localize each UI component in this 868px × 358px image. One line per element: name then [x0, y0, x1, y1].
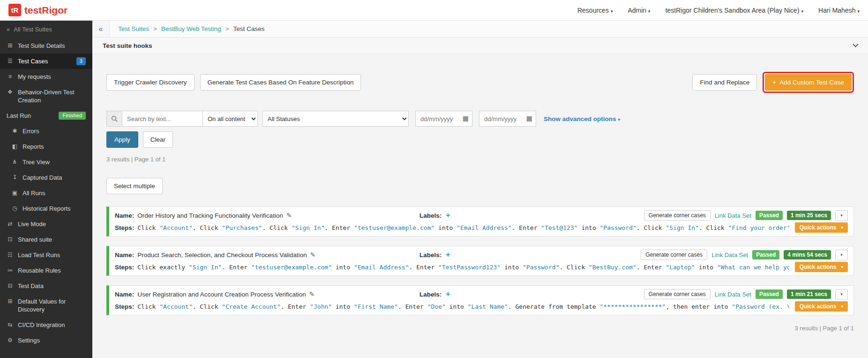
- link-data-set-link[interactable]: Link Data Set: [715, 291, 751, 298]
- quick-actions-button[interactable]: Quick actions▾: [795, 301, 848, 312]
- apply-button[interactable]: Apply: [106, 131, 138, 148]
- sidebar-item-last-run[interactable]: Last RunFinished: [0, 108, 92, 123]
- test-case-list: Name: Order History and Tracking Functio…: [106, 206, 854, 315]
- calendar-icon[interactable]: ▦: [463, 114, 469, 122]
- chevron-down-icon: ▾: [840, 213, 843, 218]
- sidebar-item-test-data[interactable]: ⊟Test Data: [0, 278, 92, 294]
- sidebar-item-default-values-for-discovery[interactable]: ⊞Default Values for Discovery: [0, 294, 92, 317]
- search-input[interactable]: [122, 111, 203, 127]
- row-dropdown-button[interactable]: ▾: [835, 250, 848, 260]
- sidebar-item-label: Live Mode: [18, 220, 46, 228]
- status-badge: Passed: [752, 250, 779, 259]
- breadcrumb-suite-name[interactable]: BestBuy Web Testing: [161, 25, 221, 32]
- row-dropdown-button[interactable]: ▾: [835, 289, 848, 300]
- find-and-replace-button[interactable]: Find and Replace: [692, 74, 757, 91]
- quick-actions-label: Quick actions: [800, 224, 837, 231]
- sidebar-item-settings[interactable]: ⚙Settings: [0, 333, 92, 348]
- add-label-icon[interactable]: +: [446, 290, 450, 298]
- sidebar-item-cicd-integration[interactable]: ⇆CI/CD Integration: [0, 317, 92, 333]
- search-scope-select[interactable]: On all content: [202, 111, 258, 127]
- top-nav: Resources▾ Admin▾ testRigor Children's S…: [577, 7, 860, 14]
- status-badge: Passed: [756, 289, 783, 299]
- sidebar-item-label: Load Test Runs: [18, 251, 60, 259]
- generate-test-cases-button[interactable]: Generate Test Cases Based On Feature Des…: [200, 74, 361, 91]
- testrigor-logo[interactable]: tR testRigor: [8, 4, 67, 16]
- defaults-icon: ⊞: [7, 297, 14, 305]
- sidebar: « All Test Suites ⊞Test Suite Details ☰T…: [0, 21, 92, 358]
- sidebar-item-reusable-rules[interactable]: ≔Reusable Rules: [0, 263, 92, 278]
- add-label-icon[interactable]: +: [446, 251, 450, 259]
- test-cases-count-badge: 3: [76, 57, 86, 65]
- nav-sandbox-area-label: testRigor Children's Sandbox Area (Play …: [666, 7, 800, 14]
- row-dropdown-button[interactable]: ▾: [835, 210, 848, 221]
- add-custom-test-case-button[interactable]: + Add Custom Test Case: [765, 74, 852, 91]
- quick-actions-button[interactable]: Quick actions▾: [795, 262, 848, 272]
- plus-icon: +: [772, 79, 776, 86]
- generate-corner-cases-button[interactable]: Generate corner cases: [644, 210, 711, 221]
- logo-icon: tR: [8, 4, 21, 16]
- sidebar-item-label: All Runs: [22, 189, 45, 197]
- sidebar-item-load-test-runs[interactable]: ☷Load Test Runs: [0, 247, 92, 263]
- sidebar-item-behavior-driven-test-creation[interactable]: ❖Behavior-Driven Test Creation: [0, 84, 92, 108]
- sidebar-item-label: Settings: [18, 336, 40, 344]
- sidebar-item-test-suite-details[interactable]: ⊞Test Suite Details: [0, 38, 92, 53]
- calendar-icon[interactable]: ▦: [526, 114, 532, 122]
- trigger-crawler-discovery-button[interactable]: Trigger Crawler Discovery: [106, 74, 195, 91]
- generate-corner-cases-button[interactable]: Generate corner cases: [641, 250, 707, 260]
- chevron-down-icon: ▾: [840, 252, 843, 257]
- labels-label: Labels:: [419, 291, 441, 298]
- sidebar-item-errors[interactable]: ✱Errors: [0, 123, 92, 139]
- chevron-down-icon[interactable]: [853, 41, 859, 47]
- clock-icon: ◷: [11, 205, 18, 213]
- sidebar-item-reports[interactable]: ◧Reports: [0, 139, 92, 154]
- sidebar-collapse-button[interactable]: «: [92, 21, 110, 37]
- duration-badge: 4 mins 54 secs: [784, 250, 831, 259]
- sidebar-item-all-runs[interactable]: ▣All Runs: [0, 185, 92, 201]
- generate-corner-cases-button[interactable]: Generate corner cases: [644, 289, 711, 299]
- caret-down-icon: ▾: [841, 265, 843, 269]
- breadcrumb-current-page: Test Cases: [233, 25, 265, 32]
- cicd-icon: ⇆: [7, 321, 14, 329]
- caret-down-icon: ▾: [611, 9, 613, 14]
- add-label-icon[interactable]: +: [446, 211, 450, 220]
- nav-resources[interactable]: Resources▾: [577, 7, 613, 14]
- sidebar-item-label: Test Suite Details: [18, 42, 65, 50]
- search-icon[interactable]: [106, 111, 122, 127]
- sidebar-back-all-test-suites[interactable]: « All Test Suites: [0, 21, 92, 38]
- toolbar-row: Trigger Crawler Discovery Generate Test …: [106, 72, 854, 93]
- link-data-set-link[interactable]: Link Data Set: [715, 212, 751, 219]
- edit-icon[interactable]: ✎: [286, 212, 292, 219]
- sidebar-item-live-mode[interactable]: ⇄Live Mode: [0, 216, 92, 232]
- sidebar-item-label: Last Run: [7, 112, 31, 120]
- status-filter-select[interactable]: All Statuses: [262, 111, 409, 127]
- show-advanced-options-link[interactable]: Show advanced options▾: [544, 115, 620, 122]
- test-suite-hooks-title: Test suite hooks: [103, 42, 152, 49]
- edit-icon[interactable]: ✎: [309, 290, 315, 298]
- sidebar-item-shared-suite[interactable]: ⊡Shared suite: [0, 232, 92, 247]
- nav-sandbox-area[interactable]: testRigor Children's Sandbox Area (Play …: [666, 7, 803, 14]
- results-summary-bottom: 3 results | Page 1 of 1: [106, 325, 854, 332]
- test-suite-hooks-bar[interactable]: Test suite hooks: [92, 38, 868, 54]
- clear-button[interactable]: Clear: [143, 131, 173, 148]
- nav-user-menu[interactable]: Hari Mahesh▾: [818, 7, 860, 14]
- sidebar-item-label: Historical Reports: [22, 205, 71, 213]
- sidebar-item-label: Shared suite: [18, 236, 52, 244]
- select-multiple-button[interactable]: Select multiple: [106, 178, 163, 194]
- edit-icon[interactable]: ✎: [310, 251, 316, 259]
- sidebar-item-test-cases[interactable]: ☰Test Cases3: [0, 53, 92, 69]
- quick-actions-label: Quick actions: [800, 303, 837, 310]
- sidebar-item-captured-data[interactable]: ↧Captured Data: [0, 170, 92, 185]
- sidebar-item-historical-reports[interactable]: ◷Historical Reports: [0, 201, 92, 216]
- test-case-row: Name: Order History and Tracking Functio…: [106, 206, 854, 236]
- sidebar-item-label: Behavior-Driven Test Creation: [18, 88, 86, 104]
- nav-admin[interactable]: Admin▾: [628, 7, 650, 14]
- quick-actions-button[interactable]: Quick actions▾: [795, 222, 848, 233]
- blocks-icon: ❖: [7, 88, 14, 96]
- sidebar-item-tree-view[interactable]: ⋔Tree View: [0, 154, 92, 170]
- link-data-set-link[interactable]: Link Data Set: [711, 251, 748, 259]
- select-multiple-row: Select multiple: [106, 178, 854, 194]
- breadcrumb-test-suites[interactable]: Test Suites: [118, 25, 149, 32]
- breadcrumb-separator: >: [225, 25, 229, 32]
- sidebar-item-my-requests[interactable]: ≡My requests: [0, 69, 92, 84]
- caret-down-icon: ▾: [618, 117, 621, 122]
